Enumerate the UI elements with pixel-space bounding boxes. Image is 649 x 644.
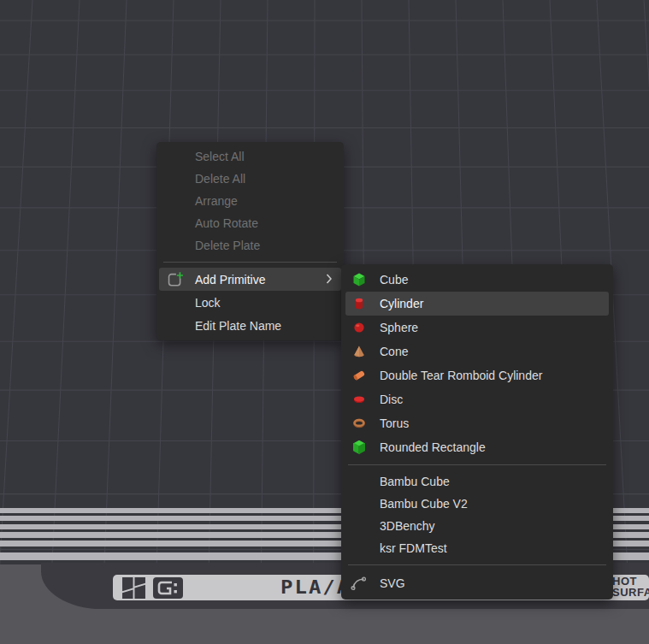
menu-item-delete-all[interactable]: Delete All (156, 168, 344, 190)
menu-item-label: Add Primitive (195, 273, 265, 287)
bezier-curve-icon (351, 575, 368, 592)
sphere-icon (351, 319, 368, 336)
menu-item-label: Arrange (195, 194, 238, 208)
submenu-separator (348, 564, 606, 565)
submenu-item-3dbenchy[interactable]: 3DBenchy (341, 515, 613, 537)
menu-item-auto-rotate[interactable]: Auto Rotate (156, 212, 344, 234)
add-primitive-submenu: Cube Cylinder Sphere Cone (341, 264, 613, 600)
cube-icon (351, 271, 368, 288)
submenu-item-label: SVG (380, 576, 405, 590)
submenu-item-label: Rounded Rectangle (380, 440, 486, 454)
menu-item-label: Select All (195, 150, 245, 163)
plate-brand-logo-icon (153, 577, 183, 602)
submenu-item-label: Cube (380, 273, 408, 287)
menu-item-select-all[interactable]: Select All (156, 145, 344, 168)
bambu-lab-logo-icon (122, 577, 145, 602)
disc-icon (351, 391, 368, 408)
submenu-item-label: Cylinder (380, 297, 423, 310)
submenu-item-label: Disc (380, 393, 403, 406)
submenu-item-label: Torus (380, 417, 409, 430)
submenu-item-label: ksr FDMTest (380, 541, 447, 555)
cone-icon (351, 343, 368, 360)
submenu-item-label: Double Tear Romboid Cylinder (380, 369, 542, 382)
submenu-item-label: 3DBenchy (380, 519, 435, 533)
menu-item-arrange[interactable]: Arrange (156, 190, 344, 212)
submenu-item-cone[interactable]: Cone (341, 340, 613, 363)
menu-item-label: Delete Plate (195, 239, 260, 252)
context-menu: Select All Delete All Arrange Auto Rotat… (156, 142, 344, 340)
menu-item-delete-plate[interactable]: Delete Plate (156, 234, 344, 257)
romboid-cylinder-icon (351, 367, 368, 384)
submenu-item-label: Cone (380, 345, 408, 358)
submenu-item-bambu-cube-v2[interactable]: Bambu Cube V2 (341, 493, 613, 515)
submenu-item-torus[interactable]: Torus (341, 411, 613, 435)
menu-item-label: Delete All (195, 172, 245, 186)
submenu-item-sphere[interactable]: Sphere (341, 316, 613, 340)
submenu-item-cube[interactable]: Cube (341, 268, 613, 292)
submenu-separator (348, 464, 606, 465)
submenu-item-label: Sphere (380, 321, 418, 334)
submenu-item-svg[interactable]: SVG (341, 570, 613, 596)
submenu-item-label: Bambu Cube (380, 475, 450, 488)
menu-item-edit-plate-name[interactable]: Edit Plate Name (156, 314, 344, 337)
torus-icon (351, 415, 368, 432)
hot-surface-warning-text: HOT SURFACE (612, 576, 649, 598)
rounded-rectangle-icon (351, 439, 368, 456)
menu-item-label: Edit Plate Name (195, 319, 281, 333)
submenu-item-double-tear-romboid-cylinder[interactable]: Double Tear Romboid Cylinder (341, 363, 613, 387)
add-primitive-icon (166, 270, 185, 289)
menu-item-label: Lock (195, 296, 221, 310)
submenu-item-rounded-rectangle[interactable]: Rounded Rectangle (341, 435, 613, 459)
submenu-item-cylinder[interactable]: Cylinder (345, 292, 609, 316)
submenu-item-disc[interactable]: Disc (341, 387, 613, 411)
cylinder-icon (351, 295, 368, 312)
submenu-arrow-icon (326, 273, 332, 287)
menu-item-label: Auto Rotate (195, 216, 258, 230)
submenu-item-bambu-cube[interactable]: Bambu Cube (341, 470, 613, 493)
menu-item-lock[interactable]: Lock (156, 291, 344, 314)
menu-item-add-primitive[interactable]: Add Primitive (159, 268, 341, 291)
submenu-item-ksr-fdmtest[interactable]: ksr FDMTest (341, 537, 613, 559)
menu-separator (163, 262, 337, 263)
submenu-item-label: Bambu Cube V2 (380, 497, 468, 511)
